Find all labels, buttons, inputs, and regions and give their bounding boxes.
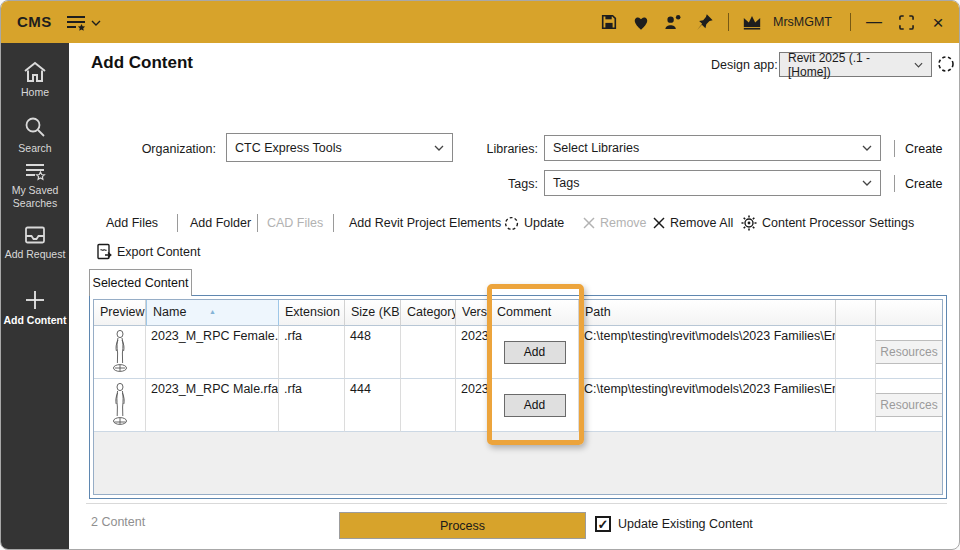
update-button[interactable]: Update (504, 212, 564, 234)
menu-star-icon (65, 13, 87, 33)
resources-cell: Resources (876, 379, 942, 432)
home-icon (1, 61, 69, 83)
organization-select[interactable]: CTC Express Tools (226, 133, 453, 162)
add-comment-button[interactable]: Add (504, 394, 566, 417)
column-header-version[interactable]: Version (456, 300, 491, 326)
create-library-link[interactable]: Create (905, 142, 943, 156)
comment-cell: Add (491, 379, 579, 432)
tags-select[interactable]: Tags (544, 170, 881, 196)
libraries-select[interactable]: Select Libraries (544, 135, 881, 161)
separator (177, 214, 178, 232)
process-button[interactable]: Process (339, 512, 586, 539)
sort-ascending-icon: ▲ (209, 300, 216, 324)
titlebar-separator (728, 13, 729, 31)
username[interactable]: MrsMGMT (773, 15, 832, 29)
minimize-button[interactable]: — (861, 8, 887, 36)
chevron-down-icon (862, 145, 872, 151)
separator (257, 214, 258, 232)
separator (894, 175, 895, 192)
resources-cell: Resources (876, 326, 942, 379)
separator (894, 140, 895, 157)
design-app-label: Design app: (711, 58, 778, 72)
table-row[interactable]: 2023_M_RPC Male.rfa .rfa 444 2023 Add C:… (94, 379, 942, 432)
preview-cell (94, 326, 146, 379)
content-grid: Preview ▲Name Extension Size (KB) Catego… (93, 299, 943, 495)
name-cell: 2023_M_RPC Male.rfa (146, 379, 279, 432)
resources-button[interactable]: Resources (876, 340, 942, 364)
sidebar-item-search[interactable]: Search (1, 115, 69, 155)
check-icon: ✓ (598, 517, 609, 532)
remove-all-button[interactable]: Remove All (653, 212, 733, 234)
resources-button[interactable]: Resources (876, 393, 942, 417)
sidebar-item-home[interactable]: Home (1, 61, 69, 99)
column-header-size[interactable]: Size (KB) (345, 300, 401, 326)
sidebar-item-my-saved-searches[interactable]: My Saved Searches (1, 161, 69, 210)
update-existing-checkbox[interactable]: ✓ (595, 516, 611, 532)
tab-selected-content[interactable]: Selected Content (89, 269, 192, 296)
content-panel: Preview ▲Name Extension Size (KB) Catego… (89, 295, 947, 499)
rpc-figure-preview (110, 382, 130, 428)
sidebar-item-add-content[interactable]: Add Content (1, 289, 69, 327)
plus-icon (1, 289, 69, 311)
column-header-name[interactable]: ▲Name (146, 300, 279, 326)
saved-searches-icon (1, 161, 69, 181)
organization-label: Organization: (99, 142, 216, 156)
column-header-blank (836, 300, 876, 326)
inbox-tray-icon (1, 225, 69, 245)
close-button[interactable]: × (925, 8, 951, 36)
app-window: CMS (0, 0, 960, 550)
column-header-extension[interactable]: Extension (279, 300, 345, 326)
footer-divider (86, 503, 947, 504)
maximize-button[interactable] (893, 8, 919, 36)
chevron-down-icon (434, 145, 444, 151)
column-header-comment[interactable]: Comment (491, 300, 579, 326)
export-icon (96, 243, 112, 261)
saved-search-menu-button[interactable] (65, 11, 107, 35)
sidebar: Home Search My Saved Searches Add Reques… (1, 43, 69, 549)
content-processor-settings-button[interactable]: Content Processor Settings (741, 212, 914, 234)
pin-icon[interactable] (692, 8, 718, 36)
blank-cell (836, 326, 876, 379)
design-app-select[interactable]: Revit 2025 (.1 - [Home]) (779, 52, 932, 77)
save-icon[interactable] (596, 8, 622, 36)
titlebar: CMS (1, 1, 959, 43)
column-header-preview[interactable]: Preview (94, 300, 146, 326)
create-tag-link[interactable]: Create (905, 177, 943, 191)
table-header-row: Preview ▲Name Extension Size (KB) Catego… (94, 300, 942, 326)
add-revit-project-elements-button[interactable]: Add Revit Project Elements (349, 212, 501, 234)
sidebar-item-add-request[interactable]: Add Request (1, 225, 69, 261)
table-row[interactable]: 2023_M_RPC Female.rfa .rfa 448 2023 Add … (94, 326, 942, 379)
chevron-down-icon (862, 180, 872, 186)
column-header-category[interactable]: Category (401, 300, 456, 326)
app-logo: CMS (17, 13, 52, 30)
export-content-button[interactable]: Export Content (96, 241, 200, 263)
chevron-down-icon (91, 20, 101, 26)
remove-button[interactable]: Remove (583, 212, 647, 234)
cad-files-button[interactable]: CAD Files (267, 212, 323, 234)
refresh-icon[interactable] (937, 55, 955, 73)
extension-cell: .rfa (279, 326, 345, 379)
extension-cell: .rfa (279, 379, 345, 432)
x-icon (583, 217, 595, 229)
add-folder-button[interactable]: Add Folder (190, 212, 251, 234)
user-feedback-icon[interactable] (660, 8, 686, 36)
category-cell (401, 379, 456, 432)
preview-cell (94, 379, 146, 432)
name-cell: 2023_M_RPC Female.rfa (146, 326, 279, 379)
category-cell (401, 326, 456, 379)
premium-crown-icon[interactable] (739, 8, 765, 36)
size-cell: 444 (345, 379, 401, 432)
separator (333, 214, 334, 232)
add-files-button[interactable]: Add Files (106, 212, 158, 234)
column-header-path[interactable]: Path (579, 300, 836, 326)
favorites-heart-icon[interactable] (628, 8, 654, 36)
add-comment-button[interactable]: Add (504, 341, 566, 364)
rpc-figure-preview (110, 329, 130, 375)
update-existing-label: Update Existing Content (618, 517, 753, 531)
grid-empty-area (94, 432, 942, 494)
titlebar-separator (850, 13, 851, 31)
gear-icon (741, 215, 757, 231)
version-cell: 2023 (456, 326, 491, 379)
tags-label: Tags: (481, 177, 538, 191)
chevron-down-icon (914, 62, 923, 68)
